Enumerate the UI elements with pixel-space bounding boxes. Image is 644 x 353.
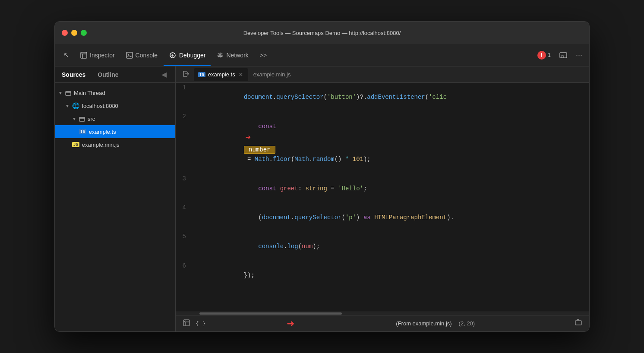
toolbar: ↖ Inspector Console	[55, 44, 589, 66]
js-badge: JS	[72, 142, 79, 147]
line-content-2: const ➜ number = Math.floor(Math.random(…	[193, 112, 378, 174]
tree-label-src: src	[88, 116, 95, 122]
line-number-1: 1	[176, 83, 193, 92]
sidebar: Sources Outline ◀ ▼ Main Thread	[55, 66, 176, 331]
svg-rect-5	[79, 117, 85, 121]
sidebar-tabs: Sources Outline ◀	[55, 66, 175, 83]
line-content-1: document.querySelector('button')?.addEve…	[193, 83, 454, 112]
tab-ts-badge: TS	[198, 72, 205, 77]
network-tab-button[interactable]: Network	[212, 44, 253, 66]
svg-rect-0	[81, 52, 87, 58]
console-icon	[126, 51, 133, 59]
cursor-icon: ↖	[63, 52, 69, 59]
horizontal-scrollbar[interactable]	[176, 312, 589, 315]
scroll-thumb[interactable]	[199, 312, 342, 315]
maximize-button[interactable]	[81, 30, 87, 36]
svg-rect-4	[66, 91, 71, 95]
tab-example-ts-label: example.ts	[208, 71, 235, 78]
pretty-print-button[interactable]: { }	[196, 320, 205, 327]
tree-item-localhost[interactable]: ▼ 🌐 localhost:8080	[55, 99, 175, 112]
red-arrow-line2: ➜	[246, 131, 251, 145]
tree-item-example-min-js[interactable]: JS example.min.js	[55, 138, 175, 151]
code-line-5: 5 console.log(num);	[176, 232, 589, 261]
editor-area: TS example.ts ✕ example.min.js 1 documen…	[176, 66, 589, 331]
inspector-icon	[80, 51, 87, 59]
more-tools-label: >>	[260, 52, 267, 59]
line-number-2: 2	[176, 112, 193, 121]
traffic-lights	[62, 30, 87, 36]
tree-item-example-ts[interactable]: TS example.ts	[55, 125, 175, 138]
network-icon	[217, 51, 224, 59]
globe-icon: 🌐	[72, 102, 79, 109]
tree-label-example-ts: example.ts	[89, 129, 116, 135]
titlebar: Developer Tools — Sourcemaps Demo — http…	[55, 22, 589, 44]
source-origin-text: (From example.min.js)	[396, 320, 451, 327]
more-options-button[interactable]: ···	[572, 49, 586, 61]
code-line-3: 3 const greet: string = 'Hello';	[176, 174, 589, 203]
file-tree: ▼ Main Thread ▼ 🌐 localhost:8080	[55, 83, 175, 331]
sidebar-tab-sources[interactable]: Sources	[62, 71, 91, 78]
error-icon: !	[537, 51, 546, 60]
more-tools-button[interactable]: >>	[255, 44, 272, 66]
tree-item-main-thread[interactable]: ▼ Main Thread	[55, 86, 175, 99]
more-options-label: ···	[576, 50, 582, 59]
blackbox-button[interactable]	[573, 317, 584, 330]
close-button[interactable]	[62, 30, 68, 36]
devtools-window: Developer Tools — Sourcemaps Demo — http…	[54, 21, 590, 332]
minimize-button[interactable]	[71, 30, 77, 36]
highlighted-word: number	[244, 146, 275, 154]
cursor-tool-button[interactable]: ↖	[58, 44, 74, 66]
svg-rect-6	[183, 320, 189, 326]
line-number-5: 5	[176, 232, 193, 241]
line-number-3: 3	[176, 174, 193, 183]
code-content: 1 document.querySelector('button')?.addE…	[176, 83, 589, 290]
src-folder-icon	[79, 115, 85, 122]
line-number-6: 6	[176, 261, 193, 271]
line-content-6: });	[193, 261, 262, 290]
debugger-icon	[169, 51, 177, 59]
network-tab-label: Network	[226, 52, 248, 59]
console-tab-label: Console	[136, 52, 158, 59]
sidebar-collapse-button[interactable]: ◀	[160, 69, 168, 79]
line-number-4: 4	[176, 203, 193, 212]
cursor-coords: (2, 20)	[459, 320, 475, 327]
line-content-3: const greet: string = 'Hello';	[193, 174, 374, 203]
sidebar-tab-outline[interactable]: Outline	[98, 71, 123, 78]
window-title: Developer Tools — Sourcemaps Demo — http…	[243, 30, 401, 36]
code-line-4: 4 (document.querySelector('p') as HTMLPa…	[176, 203, 589, 232]
tab-example-min-js-label: example.min.js	[253, 71, 291, 78]
status-bar: { } ➜ (From example.min.js) (2, 20)	[176, 315, 589, 331]
source-map-toggle-button[interactable]	[181, 317, 192, 330]
inspector-tab-button[interactable]: Inspector	[75, 44, 120, 66]
debugger-tab-button[interactable]: Debugger	[164, 44, 211, 66]
editor-collapse-button[interactable]	[179, 69, 193, 81]
line-content-4: (document.querySelector('p') as HTMLPara…	[193, 203, 461, 232]
source-map-arrow: ➜	[287, 318, 294, 329]
tree-arrow-src: ▼	[72, 117, 76, 121]
tree-arrow-localhost: ▼	[65, 104, 69, 108]
folder-icon	[65, 89, 71, 96]
responsive-design-button[interactable]	[556, 49, 571, 61]
tab-example-min-js[interactable]: example.min.js	[249, 68, 295, 81]
error-badge-button[interactable]: ! 1	[534, 49, 554, 61]
code-line-6: 6 });	[176, 261, 589, 290]
code-line-2: 2 const ➜ number = Math.floor(Math.rando…	[176, 112, 589, 174]
svg-rect-7	[575, 321, 581, 325]
code-editor[interactable]: 1 document.querySelector('button')?.addE…	[176, 83, 589, 312]
tree-item-src[interactable]: ▼ src	[55, 112, 175, 125]
line-content-5: console.log(num);	[193, 232, 327, 261]
tree-label-main-thread: Main Thread	[74, 90, 105, 96]
editor-tabs: TS example.ts ✕ example.min.js	[176, 66, 589, 83]
tab-example-ts[interactable]: TS example.ts ✕	[194, 68, 248, 81]
code-line-1: 1 document.querySelector('button')?.addE…	[176, 83, 589, 112]
toolbar-right: ! 1 ···	[534, 44, 586, 66]
tree-arrow-main-thread: ▼	[58, 91, 63, 95]
ts-badge: TS	[79, 129, 86, 134]
main-content: Sources Outline ◀ ▼ Main Thread	[55, 66, 589, 331]
tree-label-example-min-js: example.min.js	[82, 142, 120, 148]
tab-close-button[interactable]: ✕	[238, 72, 244, 78]
error-count: 1	[548, 52, 551, 58]
tree-label-localhost: localhost:8080	[82, 103, 118, 109]
inspector-tab-label: Inspector	[90, 52, 115, 59]
console-tab-button[interactable]: Console	[121, 44, 163, 66]
